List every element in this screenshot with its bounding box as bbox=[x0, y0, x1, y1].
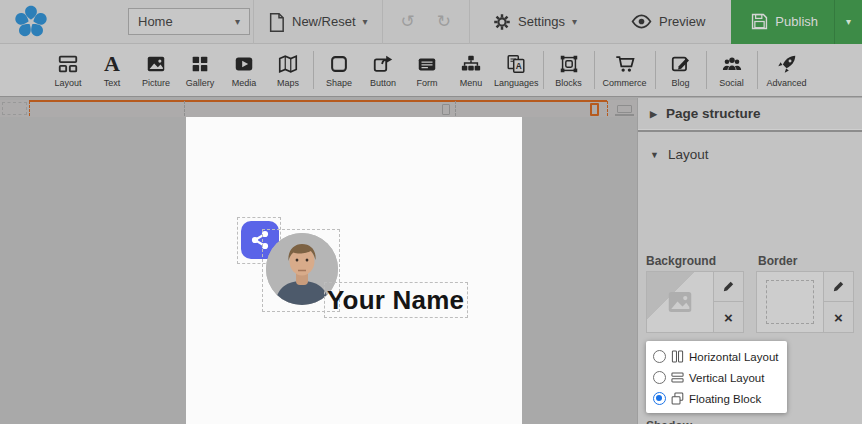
radio-selected-icon bbox=[653, 392, 666, 405]
toolbar-item-commerce[interactable]: Commerce bbox=[598, 44, 652, 97]
toolbar-item-picture[interactable]: Picture bbox=[134, 44, 178, 97]
border-edit-button[interactable] bbox=[824, 271, 854, 302]
gallery-icon bbox=[189, 53, 211, 75]
app-logo[interactable] bbox=[0, 3, 62, 41]
media-icon bbox=[233, 53, 255, 75]
toolbar-item-label: Layout bbox=[54, 78, 81, 88]
toolbar-item-languages[interactable]: A Languages bbox=[493, 44, 540, 97]
ruler-guide bbox=[607, 101, 608, 116]
menu-sitemap-icon bbox=[460, 53, 482, 75]
toolbar-item-shape[interactable]: Shape bbox=[317, 44, 361, 97]
page-select-value: Home bbox=[138, 14, 173, 29]
publish-dropdown-button[interactable]: ▾ bbox=[835, 16, 862, 27]
border-group: × bbox=[756, 271, 854, 333]
option-label: Vertical Layout bbox=[689, 372, 764, 384]
divider bbox=[594, 51, 595, 89]
chevron-down-icon: ▾ bbox=[363, 16, 368, 27]
redo-icon[interactable]: ↻ bbox=[437, 11, 451, 32]
background-remove-button[interactable]: × bbox=[714, 302, 744, 333]
ruler-guide bbox=[455, 101, 456, 116]
toolbar-item-menu[interactable]: Menu bbox=[449, 44, 493, 97]
toolbar-item-button[interactable]: Button bbox=[361, 44, 405, 97]
toolbar-item-label: Media bbox=[232, 78, 257, 88]
layout-section-header[interactable]: ▼ Layout bbox=[638, 139, 862, 170]
undo-icon[interactable]: ↺ bbox=[401, 11, 415, 32]
divider bbox=[469, 0, 470, 44]
toolbar-item-label: Shape bbox=[326, 78, 352, 88]
border-preview[interactable] bbox=[756, 271, 824, 333]
desktop-breakpoint-icon[interactable] bbox=[617, 105, 632, 113]
page-select[interactable]: Home ▾ bbox=[128, 8, 250, 35]
button-icon bbox=[372, 53, 394, 75]
toolbar-item-form[interactable]: Form bbox=[405, 44, 449, 97]
background-label: Background bbox=[646, 254, 716, 268]
tablet-breakpoint-icon[interactable] bbox=[590, 103, 599, 116]
divider bbox=[638, 129, 862, 132]
shadow-label: Shadow bbox=[646, 419, 692, 424]
toolbar-item-media[interactable]: Media bbox=[222, 44, 266, 97]
pencil-icon bbox=[832, 280, 845, 293]
toolbar-item-label: Menu bbox=[460, 78, 483, 88]
toolbar-item-blocks[interactable]: Blocks bbox=[547, 44, 591, 97]
option-horizontal-layout[interactable]: Horizontal Layout bbox=[653, 346, 787, 367]
chevron-down-icon: ▾ bbox=[572, 16, 577, 27]
publish-button[interactable]: Publish ▾ bbox=[731, 0, 862, 44]
ruler-guide bbox=[29, 101, 30, 116]
remove-icon: × bbox=[834, 310, 843, 325]
phone-breakpoint-icon[interactable] bbox=[442, 104, 450, 115]
new-reset-label: New/Reset bbox=[292, 14, 356, 29]
layout-icon bbox=[57, 53, 79, 75]
name-text-widget[interactable]: Your Name bbox=[324, 282, 468, 318]
form-icon bbox=[416, 53, 438, 75]
blog-pencil-icon bbox=[670, 53, 692, 75]
radio-unselected-icon bbox=[653, 371, 666, 384]
toolbar-item-social[interactable]: Social bbox=[710, 44, 754, 97]
vertical-layout-icon bbox=[671, 371, 684, 384]
blocks-icon bbox=[558, 53, 580, 75]
eye-icon bbox=[631, 14, 652, 29]
publish-label: Publish bbox=[775, 14, 818, 29]
expanded-triangle-icon: ▼ bbox=[650, 150, 659, 160]
page-canvas[interactable]: Your Name bbox=[186, 117, 522, 424]
logo-flower-icon bbox=[12, 3, 50, 41]
toolbar-item-blog[interactable]: Blog bbox=[659, 44, 703, 97]
page-structure-section-header[interactable]: ▶ Page structure bbox=[638, 98, 862, 129]
toolbar-item-label: Maps bbox=[277, 78, 299, 88]
advanced-rocket-icon bbox=[776, 53, 798, 75]
toolbar-item-layout[interactable]: Layout bbox=[46, 44, 90, 97]
svg-text:A: A bbox=[104, 53, 120, 75]
settings-button[interactable]: Settings ▾ bbox=[479, 0, 591, 44]
option-vertical-layout[interactable]: Vertical Layout bbox=[653, 367, 787, 388]
border-remove-button[interactable]: × bbox=[824, 302, 854, 333]
toolbar-item-maps[interactable]: Maps bbox=[266, 44, 310, 97]
option-floating-block[interactable]: Floating Block bbox=[653, 388, 787, 409]
layout-label: Layout bbox=[668, 147, 709, 162]
display-name-text: Your Name bbox=[325, 285, 464, 316]
toolbar-item-label: Gallery bbox=[186, 78, 215, 88]
toolbar-item-advanced[interactable]: Advanced bbox=[761, 44, 813, 97]
toolbar-item-gallery[interactable]: Gallery bbox=[178, 44, 222, 97]
text-icon: A bbox=[101, 53, 123, 75]
new-reset-button[interactable]: New/Reset ▾ bbox=[254, 0, 382, 44]
page-structure-label: Page structure bbox=[666, 106, 761, 121]
radio-unselected-icon bbox=[653, 350, 666, 363]
background-edit-button[interactable] bbox=[714, 271, 744, 302]
gear-icon bbox=[493, 13, 511, 31]
option-label: Horizontal Layout bbox=[689, 351, 779, 363]
toolbar-item-text[interactable]: A Text bbox=[90, 44, 134, 97]
breakpoint-ruler bbox=[0, 100, 637, 117]
preview-button[interactable]: Preview bbox=[617, 0, 719, 44]
pencil-icon bbox=[722, 280, 735, 293]
divider bbox=[706, 51, 707, 89]
toolbar-item-label: Blog bbox=[672, 78, 690, 88]
collapsed-triangle-icon: ▶ bbox=[650, 109, 657, 119]
border-preview-inner bbox=[766, 280, 814, 324]
social-people-icon bbox=[721, 53, 743, 75]
option-label: Floating Block bbox=[689, 393, 761, 405]
ruler-guide bbox=[184, 101, 185, 116]
new-page-icon bbox=[268, 12, 285, 32]
svg-text:A: A bbox=[516, 62, 522, 71]
background-preview[interactable] bbox=[646, 271, 714, 333]
border-label: Border bbox=[758, 254, 797, 268]
commerce-cart-icon bbox=[614, 53, 636, 75]
